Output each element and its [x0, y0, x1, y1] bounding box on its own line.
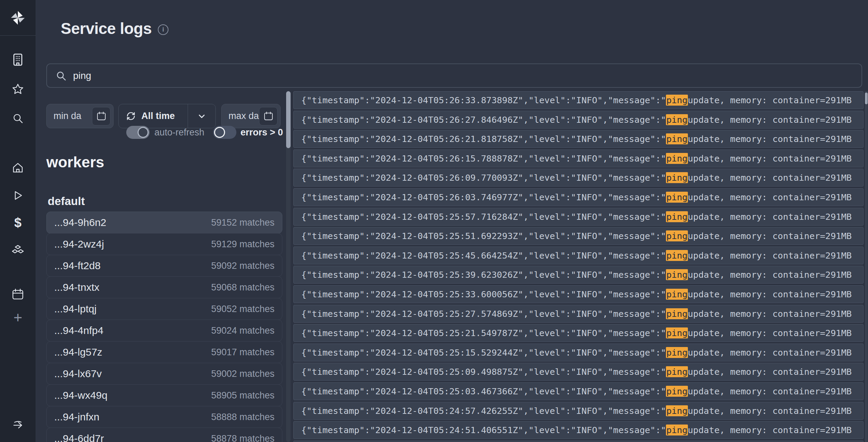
- log-row[interactable]: {"timestamp":"2024-12-04T05:24:57.426255…: [293, 402, 864, 420]
- time-range-label: All time: [141, 111, 175, 121]
- calendar-icon: [97, 111, 106, 121]
- max-date-field[interactable]: [221, 104, 281, 128]
- time-range-dropdown[interactable]: [188, 104, 215, 128]
- log-text-suffix: update, memory: container=291MB: [688, 328, 852, 338]
- worker-match-count: 59024 matches: [211, 325, 274, 336]
- min-date-field[interactable]: [46, 104, 114, 128]
- min-date-calendar-button[interactable]: [92, 107, 110, 126]
- worker-row[interactable]: ...94-6dd7r 58878 matches: [46, 428, 282, 442]
- search-highlight: ping: [666, 308, 688, 319]
- log-row[interactable]: {"timestamp":"2024-12-04T05:25:51.692293…: [293, 227, 864, 245]
- log-row[interactable]: {"timestamp":"2024-12-04T05:26:21.818758…: [293, 130, 864, 148]
- search-highlight: ping: [666, 250, 688, 261]
- left-scrollbar-thumb[interactable]: [286, 91, 291, 148]
- schedules-calendar-icon[interactable]: [12, 288, 24, 300]
- time-range-button[interactable]: All time: [118, 104, 216, 128]
- log-row[interactable]: {"timestamp":"2024-12-04T05:25:21.549787…: [293, 324, 864, 342]
- log-text-prefix: {"timestamp":"2024-12-04T05:26:03.746977…: [301, 192, 666, 202]
- worker-row[interactable]: ...94-9h6n2 59152 matches: [46, 212, 282, 234]
- workspace-building-icon[interactable]: [12, 53, 23, 66]
- log-row[interactable]: {"timestamp":"2024-12-04T05:25:15.529244…: [293, 344, 864, 361]
- worker-row[interactable]: ...94-2wz4j 59129 matches: [46, 233, 282, 255]
- home-icon[interactable]: [12, 162, 24, 174]
- runs-play-icon[interactable]: [12, 190, 23, 201]
- errors-filter-toggle[interactable]: [213, 126, 236, 139]
- worker-row[interactable]: ...94-4nfp4 59024 matches: [46, 320, 282, 342]
- toggle-knob: [214, 127, 225, 138]
- worker-row[interactable]: ...94-jnfxn 58888 matches: [46, 406, 282, 428]
- auto-refresh-toggle[interactable]: [126, 126, 150, 139]
- search-highlight: ping: [666, 269, 688, 280]
- search-highlight: ping: [666, 172, 688, 183]
- exit-arrow-icon[interactable]: [12, 419, 24, 431]
- search-highlight: ping: [666, 327, 688, 338]
- log-text-prefix: {"timestamp":"2024-12-04T05:26:27.846496…: [301, 115, 666, 125]
- logs-scrollbar-thumb[interactable]: [865, 93, 868, 104]
- page-header: Service logs i: [61, 19, 168, 38]
- worker-row[interactable]: ...94-tnxtx 59068 matches: [46, 276, 282, 298]
- worker-row[interactable]: ...94-ft2d8 59092 matches: [46, 255, 282, 277]
- log-row[interactable]: {"timestamp":"2024-12-04T05:25:39.623026…: [293, 266, 864, 284]
- variables-dollar-icon[interactable]: $: [14, 215, 21, 230]
- log-panel: {"timestamp":"2024-12-04T05:26:33.873898…: [293, 91, 864, 442]
- search-highlight: ping: [666, 95, 688, 106]
- page-title: Service logs: [61, 19, 152, 38]
- favorites-star-icon[interactable]: [12, 83, 24, 95]
- log-row-partial[interactable]: [293, 441, 864, 442]
- log-text-prefix: {"timestamp":"2024-12-04T05:25:21.549787…: [301, 328, 666, 338]
- log-row[interactable]: {"timestamp":"2024-12-04T05:26:09.770093…: [293, 169, 864, 187]
- worker-name: ...94-2wz4j: [54, 238, 104, 250]
- logs-scrollbar-track[interactable]: [865, 91, 868, 442]
- log-row[interactable]: {"timestamp":"2024-12-04T05:26:03.746977…: [293, 188, 864, 206]
- log-text-prefix: {"timestamp":"2024-12-04T05:25:51.692293…: [301, 231, 666, 241]
- worker-name: ...94-4nfp4: [54, 325, 103, 336]
- log-row[interactable]: {"timestamp":"2024-12-04T05:26:33.873898…: [293, 91, 864, 109]
- search-highlight: ping: [666, 114, 688, 125]
- log-row[interactable]: {"timestamp":"2024-12-04T05:26:15.788878…: [293, 150, 864, 167]
- log-row[interactable]: {"timestamp":"2024-12-04T05:25:03.467366…: [293, 382, 864, 400]
- log-text-prefix: {"timestamp":"2024-12-04T05:26:09.770093…: [301, 172, 666, 183]
- worker-match-count: 58878 matches: [211, 433, 274, 442]
- log-row[interactable]: {"timestamp":"2024-12-04T05:24:51.406551…: [293, 421, 864, 439]
- log-text-prefix: {"timestamp":"2024-12-04T05:25:27.574869…: [301, 309, 666, 319]
- worker-match-count: 59152 matches: [211, 217, 274, 228]
- log-text-suffix: update, memory: container=291MB: [688, 115, 852, 125]
- max-date-calendar-button[interactable]: [259, 107, 278, 126]
- info-icon[interactable]: i: [158, 24, 168, 35]
- worker-name: ...94-lptqj: [54, 303, 96, 315]
- worker-match-count: 59068 matches: [211, 282, 274, 293]
- worker-name: ...94-6dd7r: [54, 433, 104, 442]
- resources-cubes-icon[interactable]: [12, 245, 24, 254]
- add-plus-icon[interactable]: +: [13, 309, 22, 326]
- log-row[interactable]: {"timestamp":"2024-12-04T05:25:45.664254…: [293, 247, 864, 264]
- windmill-logo[interactable]: [10, 10, 26, 27]
- log-row[interactable]: {"timestamp":"2024-12-04T05:26:27.846496…: [293, 111, 864, 129]
- worker-row[interactable]: ...94-lg57z 59017 matches: [46, 341, 282, 363]
- worker-name: ...94-lg57z: [54, 346, 102, 358]
- log-text-suffix: update, memory: container=291MB: [688, 250, 852, 261]
- search-input[interactable]: [73, 70, 853, 81]
- log-row[interactable]: {"timestamp":"2024-12-04T05:25:09.498875…: [293, 363, 864, 381]
- log-row[interactable]: {"timestamp":"2024-12-04T05:25:33.600056…: [293, 285, 864, 303]
- worker-name: ...94-jnfxn: [54, 411, 99, 423]
- search-nav-icon[interactable]: [12, 113, 23, 124]
- max-date-input[interactable]: [228, 111, 259, 121]
- worker-row[interactable]: ...94-lx67v 59002 matches: [46, 363, 282, 385]
- log-text-prefix: {"timestamp":"2024-12-04T05:24:51.406551…: [301, 425, 666, 435]
- log-row[interactable]: {"timestamp":"2024-12-04T05:25:57.716284…: [293, 208, 864, 226]
- worker-match-count: 58905 matches: [211, 390, 274, 401]
- log-row[interactable]: {"timestamp":"2024-12-04T05:25:27.574869…: [293, 305, 864, 323]
- chevron-down-icon: [197, 112, 206, 121]
- worker-row[interactable]: ...94-wx49q 58905 matches: [46, 384, 282, 406]
- worker-group-heading: default: [48, 195, 85, 208]
- worker-row[interactable]: ...94-lptqj 59052 matches: [46, 298, 282, 320]
- search-highlight: ping: [666, 133, 688, 144]
- search-highlight: ping: [666, 192, 688, 203]
- search-highlight: ping: [666, 230, 688, 241]
- log-text-suffix: update, memory: container=291MB: [688, 270, 852, 280]
- min-date-input[interactable]: [54, 111, 92, 121]
- time-range-main[interactable]: All time: [119, 104, 188, 128]
- log-text-prefix: {"timestamp":"2024-12-04T05:26:21.818758…: [301, 134, 666, 144]
- worker-name: ...94-wx49q: [54, 390, 107, 401]
- log-text-suffix: update, memory: container=291MB: [688, 134, 852, 144]
